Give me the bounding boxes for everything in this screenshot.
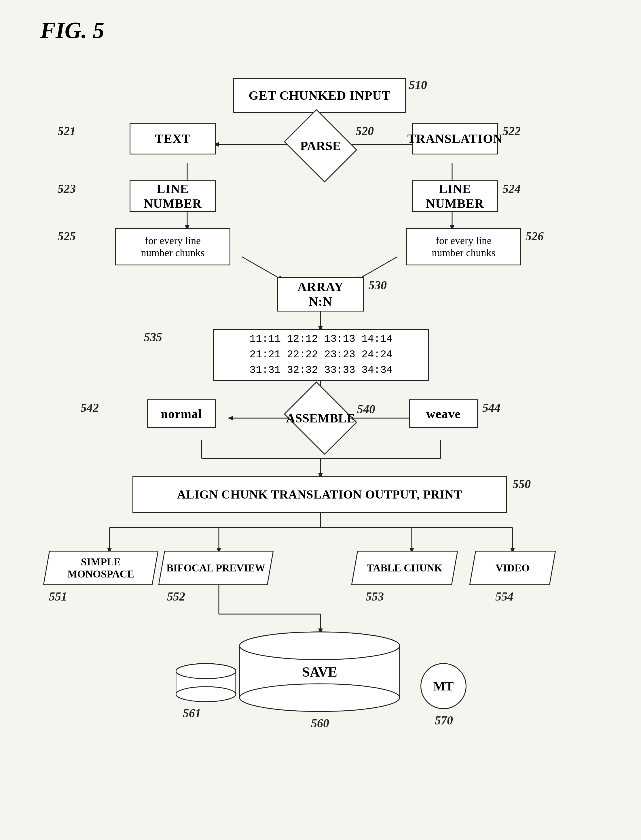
save-label: SAVE [302,664,337,680]
svg-line-16 [357,257,398,280]
loop-right-label: for every line number chunks [432,234,496,259]
translation-label: TRANSLATION [407,131,502,146]
data-table-label: 11:11 12:12 13:13 14:14 21:21 22:22 23:2… [250,331,393,378]
diagram-container: GET CHUNKED INPUT 510 PARSE 520 TEXT 521… [23,61,618,810]
assemble-diamond: ASSEMBLE [292,395,349,441]
mt-label: MT [433,679,454,694]
ref-523: 523 [58,182,76,195]
loop-left-label: for every line number chunks [141,234,205,259]
svg-line-14 [242,257,282,280]
ref-551: 551 [49,590,67,603]
ref-522: 522 [502,124,521,138]
line-number-left-label: LINE NUMBER [130,181,215,211]
parse-diamond: PARSE [292,123,349,169]
svg-point-58 [176,687,236,702]
ref-554: 554 [495,590,514,603]
weave-box: weave [409,399,478,428]
svg-point-55 [240,632,400,660]
svg-point-59 [176,664,236,678]
array-box: ARRAY N:N [277,277,364,312]
assemble-label: ASSEMBLE [286,411,355,426]
save-cylinder: SAVE [239,632,400,712]
video-label: VIDEO [496,562,530,574]
ref-552: 552 [167,590,185,603]
line-number-right-box: LINE NUMBER [412,180,498,212]
parse-label: PARSE [300,139,341,153]
ref-525: 525 [58,229,76,243]
ref-561: 561 [183,706,201,720]
text-label: TEXT [155,131,191,146]
ref-544: 544 [482,401,501,415]
svg-marker-23 [227,416,233,420]
get-chunked-input-box: GET CHUNKED INPUT [233,78,406,113]
align-chunk-label: ALIGN CHUNK TRANSLATION OUTPUT, PRINT [177,488,462,501]
weave-label: weave [426,407,461,421]
ref-521: 521 [58,124,76,138]
bifocal-preview-label: BIFOCAL PREVIEW [166,562,265,574]
ref-540: 540 [357,402,375,416]
ref-553: 553 [366,590,384,603]
ref-520: 520 [356,124,374,138]
align-chunk-box: ALIGN CHUNK TRANSLATION OUTPUT, PRINT [132,476,507,513]
ref-570: 570 [435,714,453,727]
data-table-box: 11:11 12:12 13:13 14:14 21:21 22:22 23:2… [213,329,429,381]
table-chunk-box: TABLE CHUNK [351,551,458,585]
mt-circle: MT [420,663,467,709]
line-number-right-label: LINE NUMBER [413,181,497,211]
translation-box: TRANSLATION [412,123,498,155]
simple-monospace-box: SIMPLE MONOSPACE [43,551,158,585]
small-db-svg [176,663,236,703]
get-chunked-input-label: GET CHUNKED INPUT [249,88,391,103]
ref-530: 530 [369,278,387,292]
loop-right-box: for every line number chunks [406,228,521,265]
ref-524: 524 [502,182,521,195]
ref-560: 560 [311,716,329,730]
text-box: TEXT [130,123,216,155]
bifocal-preview-box: BIFOCAL PREVIEW [158,551,274,585]
simple-monospace-label: SIMPLE MONOSPACE [47,556,155,580]
page: FIG. 5 [0,0,641,840]
array-label: ARRAY N:N [298,279,343,309]
ref-550: 550 [512,477,531,491]
normal-box: normal [147,399,216,428]
fig-title: FIG. 5 [40,17,618,44]
line-number-left-box: LINE NUMBER [130,180,216,212]
ref-535: 535 [144,330,162,344]
table-chunk-label: TABLE CHUNK [367,562,442,574]
video-box: VIDEO [469,551,556,585]
ref-526: 526 [525,229,544,243]
loop-left-box: for every line number chunks [115,228,230,265]
ref-510: 510 [409,78,427,92]
normal-label: normal [161,407,202,421]
ref-542: 542 [81,401,99,415]
svg-point-54 [240,684,400,711]
small-db-cylinder [176,663,236,703]
